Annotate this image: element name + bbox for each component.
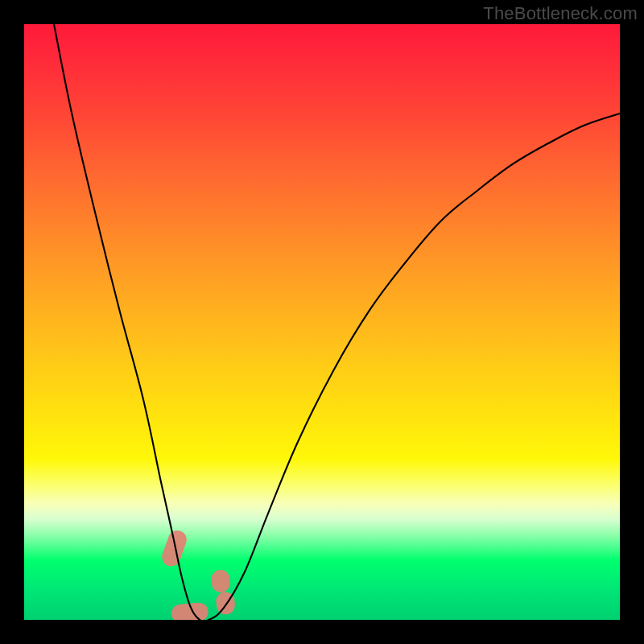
chart-frame: TheBottleneck.com [0,0,644,644]
curve-layer [24,24,620,620]
bottleneck-curve [54,24,620,620]
plot-area [24,24,620,620]
marker-left-upper [159,528,189,569]
watermark-text: TheBottleneck.com [483,3,638,24]
marker-right-upper [211,569,231,593]
